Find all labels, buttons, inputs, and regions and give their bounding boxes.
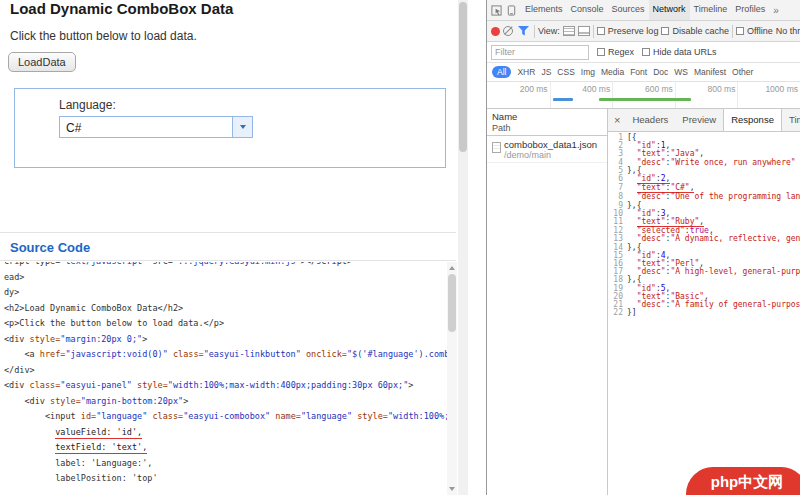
devtools-panel: ElementsConsoleSourcesNetworkTimelinePro… xyxy=(486,0,800,495)
code-line: labelPosition: 'top' xyxy=(4,471,447,487)
code-scrollbar-thumb[interactable] xyxy=(448,274,456,332)
request-detail-tabbar: × HeadersPreviewResponseTiming xyxy=(608,109,800,132)
code-line: </div> xyxy=(4,363,447,379)
response-content[interactable]: 1[{2 "id":1,3 "text":"Java",4 "desc":"Wr… xyxy=(608,132,800,495)
detail-tab-preview[interactable]: Preview xyxy=(675,109,723,131)
device-mode-icon[interactable] xyxy=(506,5,517,16)
network-overview-timeline[interactable]: 200 ms400 ms600 ms800 ms1000 ms xyxy=(487,82,800,109)
requests-table-header[interactable]: Name Path xyxy=(487,109,607,136)
combobox-panel: Language: C# xyxy=(14,88,446,168)
filter-row: Regex Hide data URLs xyxy=(487,42,800,63)
scroll-down-icon[interactable] xyxy=(449,487,455,491)
preserve-log-checkbox[interactable]: Preserve log xyxy=(597,26,659,36)
page-scrollbar-thumb[interactable] xyxy=(459,2,467,152)
column-name: Name xyxy=(492,111,607,122)
close-detail-icon[interactable]: × xyxy=(611,114,625,127)
filter-pill-manifest[interactable]: Manifest xyxy=(694,67,726,77)
devtools-tab-timeline[interactable]: Timeline xyxy=(690,0,732,20)
code-scrollbar[interactable] xyxy=(447,262,457,495)
filter-pill-xhr[interactable]: XHR xyxy=(517,67,535,77)
show-overview-icon[interactable] xyxy=(578,26,590,36)
timeline-tick-label: 200 ms xyxy=(520,84,548,94)
timeline-gridline xyxy=(550,82,551,108)
filter-pill-all[interactable]: All xyxy=(492,66,511,78)
overflow-tabs-icon[interactable]: » xyxy=(773,5,779,16)
code-line: label: 'Language:', xyxy=(4,456,447,472)
filter-pill-media[interactable]: Media xyxy=(601,67,624,77)
timeline-tick-label: 600 ms xyxy=(645,84,673,94)
inspect-element-icon[interactable] xyxy=(491,5,502,16)
devtools-tab-sources[interactable]: Sources xyxy=(608,0,649,20)
network-filter-input[interactable] xyxy=(491,45,589,60)
filter-icon[interactable] xyxy=(518,26,529,36)
checkbox-box xyxy=(661,27,669,35)
network-toolbar: View: Preserve log Disable cache Offline… xyxy=(487,21,800,42)
throttling-dropdown[interactable]: No throttling xyxy=(776,26,800,36)
combobox-value: C# xyxy=(60,117,232,137)
source-code-block: cript type="text/javascript" src="...jqu… xyxy=(4,262,447,495)
offline-checkbox[interactable]: Offline xyxy=(736,26,773,36)
record-network-log-button[interactable] xyxy=(491,27,500,36)
detail-tab-response[interactable]: Response xyxy=(723,109,782,131)
overview-green-bar xyxy=(599,98,691,101)
code-line: <a href="javascript:void(0)" class="easy… xyxy=(4,347,447,363)
code-line: <div style="margin-bottom:20px"> xyxy=(4,394,447,410)
response-line: 22}] xyxy=(608,309,800,317)
timeline-gridline xyxy=(737,82,738,108)
source-code-header: Source Code xyxy=(0,232,456,261)
page-subtitle: Click the button below to load data. xyxy=(10,29,197,43)
code-line: <h2>Load Dynamic ComboBox Data</h2> xyxy=(4,301,447,317)
timeline-tick-label: 400 ms xyxy=(582,84,610,94)
timeline-gridline xyxy=(675,82,676,108)
code-line: <div class="easyui-panel" style="width:1… xyxy=(4,378,447,394)
language-combobox[interactable]: C# xyxy=(59,116,253,138)
code-line: <p>Click the button below to load data.<… xyxy=(4,316,447,332)
filter-pill-font[interactable]: Font xyxy=(630,67,647,77)
view-label: View: xyxy=(538,26,560,36)
scroll-up-icon[interactable] xyxy=(449,266,455,270)
network-main-area: Name Path combobox_data1.json /demo/main… xyxy=(487,109,800,495)
code-line: ead> xyxy=(4,270,447,286)
checkbox-box xyxy=(597,27,605,35)
timeline-tick-label: 1000 ms xyxy=(765,84,798,94)
filter-pill-ws[interactable]: WS xyxy=(674,67,688,77)
clear-network-log-icon[interactable] xyxy=(503,26,513,36)
checkbox-box xyxy=(642,48,650,56)
checkbox-box xyxy=(736,27,744,35)
request-row[interactable]: combobox_data1.json /demo/main xyxy=(487,136,607,163)
devtools-tab-profiles[interactable]: Profiles xyxy=(731,0,769,20)
filter-pill-other[interactable]: Other xyxy=(732,67,753,77)
detail-tab-timing[interactable]: Timing xyxy=(782,109,800,131)
file-icon xyxy=(492,142,501,153)
page-title: Load Dynamic ComboBox Data xyxy=(10,0,233,17)
resource-type-filters: AllXHRJSCSSImgMediaFontDocWSManifestOthe… xyxy=(487,63,800,82)
phpcn-logo: php中文网 xyxy=(686,467,800,495)
use-large-rows-icon[interactable] xyxy=(563,26,575,36)
combobox-label: Language: xyxy=(59,98,116,112)
toolbar-separator xyxy=(732,25,733,38)
combobox-arrow-button[interactable] xyxy=(232,117,252,137)
source-code-heading: Source Code xyxy=(0,233,90,255)
request-detail-pane: × HeadersPreviewResponseTiming 1[{2 "id"… xyxy=(608,109,800,495)
devtools-tab-network[interactable]: Network xyxy=(649,0,690,20)
code-line: valueField: 'id', xyxy=(4,425,447,441)
filter-pill-img[interactable]: Img xyxy=(581,67,595,77)
disable-cache-checkbox[interactable]: Disable cache xyxy=(661,26,729,36)
regex-checkbox[interactable]: Regex xyxy=(597,47,634,57)
filter-pill-css[interactable]: CSS xyxy=(557,67,574,77)
hide-data-urls-checkbox[interactable]: Hide data URLs xyxy=(642,47,717,57)
overview-blue-bar xyxy=(553,98,573,101)
browser-window: Load Dynamic ComboBox Data Click the but… xyxy=(0,0,800,495)
devtools-tab-elements[interactable]: Elements xyxy=(521,0,567,20)
code-line: dy> xyxy=(4,285,447,301)
load-data-button[interactable]: LoadData xyxy=(8,52,76,72)
devtools-tab-console[interactable]: Console xyxy=(567,0,608,20)
page-scrollbar[interactable] xyxy=(458,0,468,495)
filter-pill-doc[interactable]: Doc xyxy=(653,67,668,77)
toolbar-separator xyxy=(534,25,535,38)
requests-table: Name Path combobox_data1.json /demo/main xyxy=(487,109,608,495)
filter-pill-js[interactable]: JS xyxy=(541,67,551,77)
detail-tab-headers[interactable]: Headers xyxy=(625,109,675,131)
code-line: textField: 'text', xyxy=(4,440,447,456)
code-line: <div style="margin:20px 0;"> xyxy=(4,332,447,348)
